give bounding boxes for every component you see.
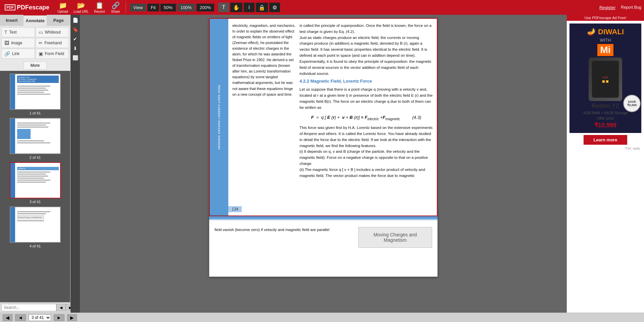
view-button[interactable]: View <box>130 4 146 11</box>
register-button[interactable]: Register <box>599 5 615 10</box>
diwali-logo: 🪔 DIWALI <box>587 28 624 36</box>
image-tool-button[interactable]: 🖼 Image <box>1 38 35 48</box>
phone-image: 8:15 📶 📶 <box>589 57 622 101</box>
page-first-button[interactable]: ◀ <box>3 314 12 321</box>
thumbnail-1-label: 1 of 41 <box>30 111 41 115</box>
report-bug-button[interactable]: Report Bug <box>621 5 641 10</box>
settings-tool[interactable]: ⚙ <box>269 3 280 12</box>
whiteout-tool-icon: ▭ <box>39 30 43 35</box>
freehand-tool-button[interactable]: ✏ Freehand <box>36 38 69 48</box>
search-input[interactable] <box>1 304 56 311</box>
logo-text: PDFescape <box>17 4 49 11</box>
thumbnail-3-label: 3 of 41 <box>30 200 41 204</box>
left-panel: Insert Annotate Page T Text ▭ Whiteout 🖼… <box>0 15 71 313</box>
text-tool-button[interactable]: T Text <box>1 27 35 37</box>
search-prev-button[interactable]: ◄ <box>56 304 66 311</box>
save-badge: SAVE ₹2,000 <box>623 95 641 112</box>
thumbnail-1[interactable]: Chapter FourMOVING CHARGESAND MAGNETISM … <box>3 74 67 115</box>
thumbnail-4-img: Moving Charges and Magnetism <box>10 206 61 243</box>
share-icon: 🔗 <box>111 1 120 9</box>
save-amount: ₹2,000 <box>627 103 637 107</box>
share-button[interactable]: 🔗 Share <box>108 1 123 14</box>
zoom-200-button[interactable]: 200% <box>196 4 214 11</box>
page3-formula: F = q [ E (r) + v × B (r)] ≡ Felectric +… <box>300 114 433 122</box>
page3-section-p2: This force was given first by H.A. Loren… <box>300 125 433 149</box>
thumbnail-2-label: 2 of 41 <box>30 155 41 159</box>
terms-text: *T&C Apply <box>569 147 641 150</box>
logo: PDF PDFescape <box>3 3 51 12</box>
freehand-tool-icon: ✏ <box>39 40 43 46</box>
zoom-100-button[interactable]: 100% <box>177 4 195 11</box>
page3-col2-p2: Just as static charges produce an electr… <box>300 35 433 77</box>
tab-page[interactable]: Page <box>47 15 70 26</box>
thumbnail-2-img <box>10 118 61 154</box>
thumbnail-2[interactable]: 2 of 41 <box>3 118 67 159</box>
page3-content: HENDRIK ANTOON LORENTZ (1853-1928) elect… <box>210 19 437 216</box>
main-layout: Insert Annotate Page T Text ▭ Whiteout 🖼… <box>0 15 644 313</box>
phone-screen: 8:15 📶 📶 <box>592 61 619 98</box>
page3-section-heading: 4.2.2 Magnetic Field, Lorentz Force <box>300 78 433 85</box>
annotate-tools: T Text ▭ Whiteout 🖼 Image ✏ Freehand 🔗 L… <box>0 26 70 60</box>
page3-section-p1: Let us suppose that there is a point cha… <box>300 87 433 110</box>
page3-col1-text: electricity, magnetism, and mechanics. I… <box>232 23 296 97</box>
recent-button[interactable]: 📋 Recent <box>92 1 107 14</box>
text-cursor-tool[interactable]: T <box>218 3 229 12</box>
ad-model-name: Redmi Y2 <box>592 102 619 109</box>
page-select[interactable]: 3 of 41 <box>29 314 51 321</box>
whiteout-tool-button[interactable]: ▭ Whiteout <box>36 27 69 37</box>
form-field-tool-icon: ▣ <box>39 51 43 56</box>
upload-button[interactable]: 📁 Upload <box>55 1 70 14</box>
sidebar-check-icon[interactable]: ✔ <box>71 35 79 43</box>
image-tool-icon: 🖼 <box>4 40 9 46</box>
top-bar: PDF PDFescape 📁 Upload 📂 Load URL 📋 Rece… <box>0 0 644 15</box>
diwali-with-text: WITH <box>600 38 611 43</box>
zoom-fit-button[interactable]: Fit <box>147 4 159 11</box>
page3-number: 134 <box>228 206 242 212</box>
recent-icon: 📋 <box>95 1 104 9</box>
chapter-banner: Moving Charges andMagnetism <box>358 227 432 248</box>
page3-item-i: (i) It depends on q, v and B (charge of … <box>300 149 433 167</box>
page4-content: field vanish (become zero) if velocity a… <box>209 220 438 255</box>
search-bar: ◄ ► <box>0 302 70 313</box>
sidebar-download-icon[interactable]: ⬇ <box>71 44 79 52</box>
content-area: HENDRIK ANTOON LORENTZ (1853-1928) elect… <box>80 15 567 313</box>
sidebar-bookmark-icon[interactable]: 🔖 <box>71 26 79 34</box>
pdf-container: HENDRIK ANTOON LORENTZ (1853-1928) elect… <box>209 18 438 309</box>
text-tool-icon: T <box>4 30 7 35</box>
form-field-tool-button[interactable]: ▣ Form Field <box>36 49 69 59</box>
pdf-page-3: HENDRIK ANTOON LORENTZ (1853-1928) elect… <box>209 18 438 216</box>
thumbnail-3-img: LORENTZ <box>10 162 61 198</box>
more-button[interactable]: More <box>24 61 47 70</box>
thumbnail-4[interactable]: Moving Charges and Magnetism 4 of 41 <box>3 206 67 248</box>
tab-insert[interactable]: Insert <box>0 15 24 26</box>
page3-item-ii: (ii) The magnetic force q [ v × B ] incl… <box>300 167 433 179</box>
sidebar-page-icon[interactable]: 📄 <box>71 16 79 24</box>
load-url-button[interactable]: 📂 Load URL <box>72 1 91 14</box>
diwali-mi-logo: Mi <box>597 44 613 56</box>
page-prev-button[interactable]: ◄ <box>15 314 26 321</box>
sidebar-square-icon[interactable]: ⬜ <box>71 54 79 62</box>
link-tool-icon: 🔗 <box>4 51 10 56</box>
ad-diwali-banner: 🪔 DIWALI WITH Mi 8:15 📶 📶 Redmi Y2 4GB R… <box>569 24 641 133</box>
thumbnail-3[interactable]: LORENTZ 3 of 41 <box>3 162 67 204</box>
tab-row: Insert Annotate Page <box>0 15 70 26</box>
link-tool-button[interactable]: 🔗 Link <box>1 49 35 59</box>
page-next-button[interactable]: ► <box>54 314 64 321</box>
info-tool[interactable]: i <box>244 3 255 12</box>
divider <box>126 1 126 13</box>
page-last-button[interactable]: ▶ <box>67 314 77 321</box>
ad-offer-label: Offer price <box>597 116 614 120</box>
bottom-bar: ◀ ◄ 3 of 41 ► ▶ <box>0 313 644 322</box>
ad-specs: 4GB RAM + 64GB Storage <box>583 111 628 115</box>
tab-annotate[interactable]: Annotate <box>24 15 47 26</box>
logo-icon: PDF <box>5 4 15 10</box>
ad-top-bar: Use PDFescape Ad Free! <box>567 15 644 21</box>
learn-more-button[interactable]: Learn more <box>584 135 628 145</box>
page4-bottom-text: field vanish (become zero) if velocity a… <box>215 227 353 233</box>
hand-tool[interactable]: ✋ <box>230 3 242 12</box>
page3-col2-p1: is called the principle of superposition… <box>300 23 433 35</box>
lock-tool[interactable]: 🔒 <box>256 3 268 12</box>
ad-content: 🪔 DIWALI WITH Mi 8:15 📶 📶 Redmi Y2 4GB R… <box>567 21 644 313</box>
thumbnails-panel: Chapter FourMOVING CHARGESAND MAGNETISM … <box>0 71 70 302</box>
zoom-50-button[interactable]: 50% <box>160 4 176 11</box>
